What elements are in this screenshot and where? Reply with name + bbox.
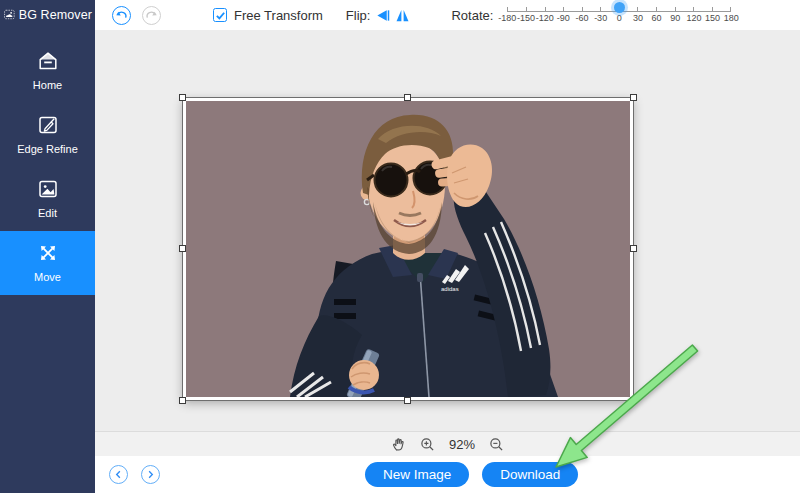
edge-refine-icon — [37, 114, 59, 136]
new-image-button[interactable]: New Image — [365, 462, 469, 487]
bg-remover-app: BG Remover Home Edge Refine — [0, 0, 800, 493]
flip-horizontal-icon[interactable] — [375, 8, 390, 23]
home-icon — [37, 50, 59, 72]
sidebar-item-move[interactable]: Move — [0, 231, 95, 295]
flip-vertical-icon[interactable] — [395, 8, 410, 23]
main-area: Free Transform Flip: Rotate: — [95, 0, 800, 493]
zoom-out-tool[interactable] — [489, 437, 504, 452]
move-arrows-icon — [37, 242, 59, 264]
sidebar-item-label: Home — [33, 79, 62, 91]
undo-icon — [115, 9, 128, 22]
selection-handle-sw[interactable] — [179, 397, 186, 404]
image-selection[interactable]: adidas — [183, 98, 633, 400]
previous-image-button[interactable] — [109, 465, 128, 484]
sidebar-item-label: Edge Refine — [17, 143, 78, 155]
flip-label: Flip: — [346, 8, 371, 23]
selection-handle-e[interactable] — [630, 245, 637, 252]
chevron-right-icon — [146, 470, 155, 479]
app-brand: BG Remover — [0, 0, 95, 29]
rotate-label: Rotate: — [451, 8, 493, 23]
free-transform-checkbox[interactable] — [213, 8, 227, 22]
selection-handle-nw[interactable] — [179, 94, 186, 101]
zoom-toolbar: 92% — [95, 431, 800, 456]
canvas-area[interactable]: adidas — [95, 30, 800, 431]
selection-handle-ne[interactable] — [630, 94, 637, 101]
download-button[interactable]: Download — [482, 462, 578, 487]
zoom-out-icon — [489, 437, 504, 452]
pan-hand-tool[interactable] — [391, 437, 406, 452]
redo-button[interactable] — [142, 6, 161, 25]
sidebar-item-label: Move — [34, 271, 61, 283]
undo-button[interactable] — [112, 6, 131, 25]
edit-image-icon — [37, 178, 59, 200]
sidebar-item-edge-refine[interactable]: Edge Refine — [0, 103, 95, 167]
free-transform-label: Free Transform — [234, 8, 323, 23]
selection-handle-s[interactable] — [404, 397, 411, 404]
subject-image[interactable]: adidas — [186, 101, 630, 397]
zoom-in-tool[interactable] — [420, 437, 435, 452]
zoom-in-icon — [420, 437, 435, 452]
chevron-left-icon — [114, 470, 123, 479]
rotate-slider-thumb[interactable] — [614, 2, 625, 13]
selection-handle-w[interactable] — [179, 245, 186, 252]
top-toolbar: Free Transform Flip: Rotate: — [95, 0, 800, 30]
footer-bar: New Image Download — [95, 456, 800, 493]
sidebar-item-label: Edit — [38, 207, 57, 219]
man-with-sunglasses-photo: adidas — [186, 101, 630, 397]
app-logo-icon — [4, 6, 15, 23]
next-image-button[interactable] — [141, 465, 160, 484]
selection-handle-se[interactable] — [630, 397, 637, 404]
redo-icon — [145, 9, 158, 22]
checkmark-icon — [215, 10, 226, 21]
app-title: BG Remover — [19, 8, 92, 22]
zoom-level: 92% — [449, 437, 475, 452]
sidebar-item-edit[interactable]: Edit — [0, 167, 95, 231]
rotate-tick-labels: -180-150 -120-90 -60-30 030 6090 120150 … — [507, 13, 731, 23]
svg-text:adidas: adidas — [441, 286, 459, 292]
sidebar: BG Remover Home Edge Refine — [0, 0, 95, 493]
rotate-slider[interactable]: -180-150 -120-90 -60-30 030 6090 120150 … — [507, 2, 731, 28]
sidebar-nav: Home Edge Refine Edit — [0, 39, 95, 295]
free-transform-option[interactable]: Free Transform — [213, 8, 323, 23]
selection-handle-n[interactable] — [404, 94, 411, 101]
sidebar-item-home[interactable]: Home — [0, 39, 95, 103]
pan-hand-icon — [391, 437, 406, 452]
